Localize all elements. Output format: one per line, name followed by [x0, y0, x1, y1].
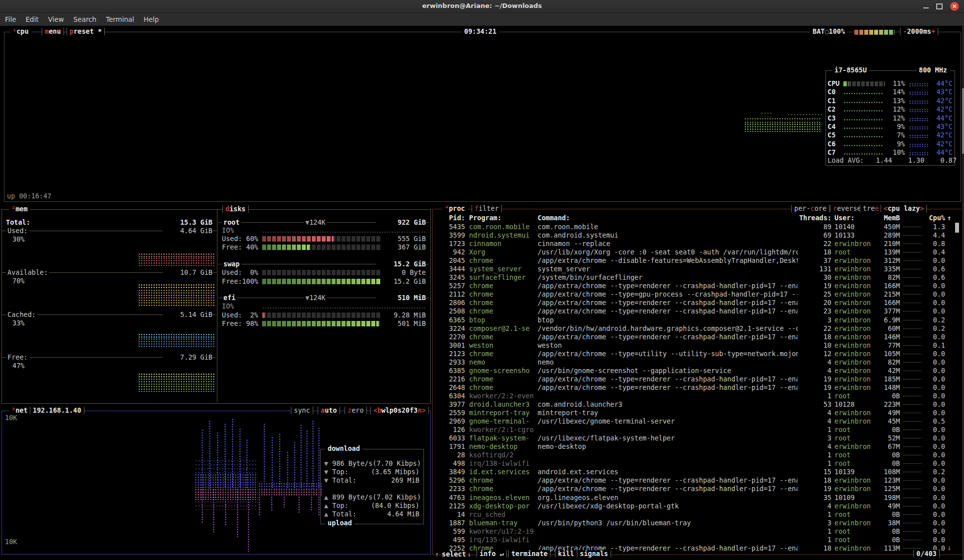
footer-up-icon[interactable]: ↑ — [435, 550, 439, 559]
process-mem-graph-cell — [900, 459, 925, 465]
menu-button[interactable]: menu — [42, 28, 64, 35]
proc-reverse-button[interactable]: reverse — [830, 205, 864, 212]
maximize-button[interactable] — [936, 3, 943, 9]
menu-search[interactable]: Search — [73, 15, 96, 23]
proc-tree-button[interactable]: tree — [860, 205, 882, 212]
core-usage-dots — [843, 101, 883, 104]
update-interval-control[interactable]: -2000ms+ — [900, 28, 938, 35]
process-row[interactable]: 2045chrome/app/extra/chrome --disable-fe… — [437, 256, 945, 265]
process-row[interactable]: 5257chrome/app/extra/chrome --type=rende… — [437, 282, 945, 290]
footer-terminate-button[interactable]: terminate — [508, 550, 551, 558]
footer-down-icon[interactable]: ↓ — [467, 550, 471, 559]
menu-help[interactable]: Help — [143, 15, 159, 23]
core-temp: 44°C — [931, 148, 953, 157]
footer-kill-button[interactable]: kill — [555, 550, 577, 558]
process-row[interactable]: 2233chrome/app/extra/chrome --type=rende… — [437, 485, 945, 493]
process-row[interactable]: 126kworker/2:1-cgro1root0B0.0 — [437, 426, 945, 434]
net-panel-number: ³ — [11, 406, 15, 414]
process-row[interactable]: 1887blueman-tray/usr/bin/python3 /usr/bi… — [437, 519, 945, 527]
process-row[interactable]: 4763ineageos.elevenorg.lineageos.eleven3… — [437, 494, 945, 502]
process-row[interactable]: 3245surfaceflinger/system/bin/surfacefli… — [437, 273, 945, 282]
process-row[interactable]: 28ksoftirqd/21root0B0.0 — [437, 451, 945, 459]
col-cpu[interactable]: Cpu% — [925, 214, 945, 222]
process-row[interactable]: 5435com.roon.mobilecom.roon.mobile891014… — [437, 223, 945, 231]
process-row[interactable]: 2806chrome/app/extra/chrome --type=rende… — [437, 299, 945, 307]
process-row[interactable]: 6365btopbtop3erwinbron6.9M0.2 — [437, 316, 945, 324]
process-row[interactable]: 3599ndroid.systemuicom.android.systemui6… — [437, 231, 945, 240]
process-row[interactable]: 1791nemo-desktopnemo-desktop4erwinbron67… — [437, 442, 945, 451]
process-mem-graph — [903, 370, 922, 372]
process-row[interactable]: 3001westonweston10erwinbron77M0.1 — [437, 341, 945, 350]
process-pid: 1887 — [437, 519, 465, 527]
menu-edit[interactable]: Edit — [26, 15, 39, 23]
process-row[interactable]: 1723cinnamoncinnamon --replace22erwinbro… — [437, 240, 945, 248]
net-scale-top: 10K — [5, 414, 17, 422]
menu-terminal[interactable]: Terminal — [106, 15, 134, 23]
cpu-graph-mid — [744, 117, 822, 123]
process-row[interactable]: 3977droid.launcher3com.android.launcher3… — [437, 400, 945, 409]
process-row[interactable]: 6033flatpak-system-/usr/libexec/flatpak-… — [437, 434, 945, 442]
net-sync-button[interactable]: sync — [291, 407, 313, 414]
process-row[interactable]: 942Xorg/usr/lib/xorg/Xorg -core :0 -seat… — [437, 248, 945, 256]
process-row[interactable]: 2216chrome/app/extra/chrome --type=rende… — [437, 375, 945, 383]
col-pid[interactable]: Pid: — [437, 214, 465, 222]
process-row[interactable]: 5296chrome/app/extra/chrome --type=rende… — [437, 476, 945, 485]
process-row[interactable]: 2648chrome/app/extra/chrome --type=rende… — [437, 383, 945, 392]
menu-view[interactable]: View — [48, 15, 64, 23]
process-row[interactable]: 495irq/135-iwlwifi1root0B0.0 — [437, 536, 945, 544]
process-user: 10133 — [834, 231, 879, 240]
proc-sort-selector[interactable]: <cpu lazy> — [881, 205, 927, 212]
process-row[interactable]: 2125xdg-desktop-por/usr/libexec/xdg-desk… — [437, 502, 945, 510]
net-download-spike — [239, 428, 241, 489]
proc-scroll-up-icon[interactable]: ↑ — [947, 214, 951, 222]
process-row[interactable]: 14rcu_sched1root0B0.0 — [437, 510, 945, 519]
process-row[interactable]: 2933nemonemo4erwinbron82M0.0 — [437, 358, 945, 367]
process-row[interactable]: 2508chrome/app/extra/chrome --type=rende… — [437, 307, 945, 315]
process-row[interactable]: 2123chrome/app/extra/chrome --type=utili… — [437, 350, 945, 358]
process-row[interactable]: 6304kworker/2:2-even1root0B0.0 — [437, 392, 945, 400]
process-threads: 25 — [798, 290, 831, 299]
footer-signals-button[interactable]: signals — [577, 550, 611, 558]
menu-file[interactable]: File — [5, 15, 16, 23]
process-row[interactable]: 3849id.ext.servicesandroid.ext.services1… — [437, 468, 945, 476]
preset-button[interactable]: preset * — [67, 28, 105, 35]
process-row[interactable]: 2559mintreport-traymintreport-tray4erwin… — [437, 409, 945, 417]
minimize-button[interactable] — [923, 2, 929, 8]
close-button[interactable]: ✕ — [950, 2, 959, 11]
process-threads: 1 — [798, 451, 831, 459]
interval-plus-button[interactable]: + — [931, 27, 935, 35]
col-user[interactable]: User: — [834, 214, 879, 222]
interval-minus-button[interactable]: - — [903, 27, 907, 35]
core-name: C1 — [827, 97, 843, 105]
col-program[interactable]: Program: — [469, 214, 535, 222]
process-row[interactable]: 498irq/138-iwlwifi1root0B0.0 — [437, 459, 945, 468]
disk-swap-used-value: 0 Byte — [376, 268, 426, 277]
proc-percore-button[interactable]: per-core — [791, 205, 829, 212]
footer-info-button[interactable]: info ↵ — [477, 550, 507, 558]
proc-scrollbar-thumb[interactable] — [955, 223, 959, 233]
process-user: erwinbron — [834, 350, 879, 358]
process-row[interactable]: 3224composer@2.1-se/vendor/bin/hw/androi… — [437, 324, 945, 333]
process-pid: 5435 — [437, 223, 465, 231]
net-auto-button[interactable]: auto — [318, 407, 340, 414]
titlebar[interactable]: erwinbron@Ariane: ~/Downloads ✕ — [0, 0, 964, 13]
process-threads: 1 — [798, 459, 831, 468]
net-interface-switcher[interactable]: <bwlp0s20f3n> — [370, 407, 429, 414]
process-row[interactable]: 6385gnome-screensho/usr/bin/gnome-screen… — [437, 367, 945, 375]
terminal-scrollbar-thumb[interactable] — [962, 88, 964, 154]
process-row[interactable]: 2270chrome/app/extra/chrome --type=rende… — [437, 333, 945, 341]
col-command[interactable]: Command: — [538, 214, 798, 222]
process-cpu-pct: 0.0 — [925, 350, 945, 358]
process-row[interactable]: 3444system_serversystem_server131erwinbr… — [437, 265, 945, 273]
process-row[interactable]: 2969gnome-terminal-/usr/libexec/gnome-te… — [437, 417, 945, 426]
col-threads[interactable]: Threads: — [798, 214, 831, 222]
process-program: weston — [469, 341, 535, 350]
process-threads: 22 — [798, 324, 831, 333]
net-zero-button[interactable]: zero — [344, 407, 367, 414]
proc-filter-button[interactable]: filter — [472, 205, 502, 212]
proc-scroll-down-icon[interactable]: ↓ — [947, 544, 951, 552]
process-row[interactable]: 2112chrome/app/extra/chrome --type=gpu-p… — [437, 290, 945, 299]
core-name: C0 — [827, 88, 843, 96]
process-row[interactable]: 599kworker/u17:2-i91root0B0.0 — [437, 527, 945, 536]
col-memb[interactable]: MemB — [879, 214, 900, 222]
